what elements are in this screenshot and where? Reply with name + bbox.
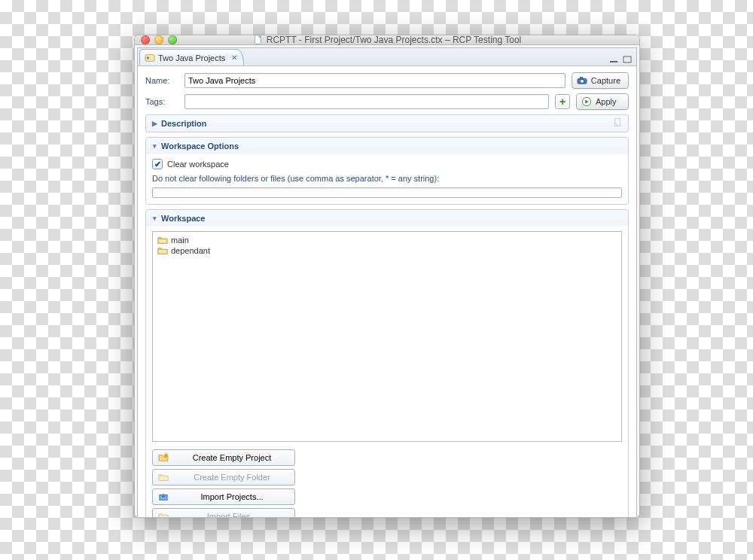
name-label: Name: bbox=[145, 76, 178, 85]
section-workspace: ▾ Workspace maindependant Create Empty P… bbox=[145, 209, 629, 518]
import-files-button: Import Files... bbox=[152, 508, 295, 518]
section-description-header[interactable]: ▶ Description bbox=[146, 115, 628, 132]
maximize-pane-icon[interactable] bbox=[623, 56, 632, 63]
tree-item-label: dependant bbox=[171, 246, 210, 255]
capture-button[interactable]: Capture bbox=[572, 72, 629, 89]
clear-workspace-label: Clear workspace bbox=[167, 160, 229, 169]
close-icon[interactable] bbox=[141, 35, 150, 44]
import-icon bbox=[157, 492, 169, 501]
workspace-tree[interactable]: maindependant bbox=[152, 231, 622, 442]
svg-rect-15 bbox=[159, 515, 168, 518]
create-empty-folder-button: Create Empty Folder bbox=[152, 469, 295, 485]
clear-workspace-row: ✔ Clear workspace bbox=[152, 159, 622, 169]
chevron-down-icon: ▾ bbox=[151, 215, 158, 222]
section-workspace-options-header[interactable]: ▾ Workspace Options bbox=[146, 138, 628, 154]
svg-rect-0 bbox=[255, 35, 261, 44]
editor-area: Two Java Projects ✕ Name: bbox=[137, 47, 637, 518]
button-label: Import Projects... bbox=[174, 492, 290, 501]
section-description: ▶ Description bbox=[145, 114, 629, 132]
edit-description-icon[interactable] bbox=[613, 117, 623, 129]
section-workspace-header[interactable]: ▾ Workspace bbox=[146, 210, 628, 227]
tags-input[interactable] bbox=[184, 94, 549, 109]
client-area: Two Java Projects ✕ Name: bbox=[135, 45, 639, 518]
app-window: RCPTT - First Project/Two Java Projects.… bbox=[134, 35, 640, 518]
tags-label: Tags: bbox=[145, 97, 178, 106]
tree-item[interactable]: dependant bbox=[157, 245, 617, 256]
window-title: RCPTT - First Project/Two Java Projects.… bbox=[135, 35, 639, 45]
folder-new-icon bbox=[157, 453, 169, 462]
chevron-right-icon: ▶ bbox=[151, 120, 158, 127]
window-controls bbox=[141, 35, 177, 44]
tab-label: Two Java Projects bbox=[158, 53, 225, 62]
zoom-icon[interactable] bbox=[168, 35, 177, 44]
name-input[interactable] bbox=[184, 73, 566, 88]
form-body: Name: Capture Tags: + bbox=[138, 66, 636, 518]
import-projects-button[interactable]: Import Projects... bbox=[152, 488, 295, 505]
context-icon bbox=[145, 53, 155, 63]
chevron-down-icon: ▾ bbox=[151, 142, 158, 150]
capture-label: Capture bbox=[591, 76, 620, 85]
exclude-input[interactable] bbox=[152, 187, 622, 198]
camera-icon bbox=[577, 76, 587, 85]
plus-icon: + bbox=[559, 96, 566, 108]
section-workspace-options: ▾ Workspace Options ✔ Clear workspace Do… bbox=[145, 137, 629, 205]
close-tab-icon[interactable]: ✕ bbox=[231, 53, 237, 62]
tree-item[interactable]: main bbox=[157, 235, 617, 245]
folder-icon bbox=[157, 236, 168, 245]
folder-icon bbox=[157, 512, 169, 518]
button-label: Create Empty Folder bbox=[174, 473, 290, 482]
folder-icon bbox=[157, 246, 168, 255]
name-row: Name: Capture bbox=[145, 72, 629, 89]
workspace-actions: Create Empty ProjectCreate Empty FolderI… bbox=[152, 449, 295, 518]
tree-item-label: main bbox=[171, 236, 189, 245]
exclude-hint: Do not clear following folders or files … bbox=[152, 174, 622, 183]
svg-point-7 bbox=[581, 80, 584, 83]
editor-tab-bar: Two Java Projects ✕ bbox=[138, 48, 636, 66]
apply-label: Apply bbox=[596, 97, 617, 106]
button-label: Create Empty Project bbox=[174, 453, 290, 462]
folder-icon bbox=[157, 473, 169, 482]
svg-rect-11 bbox=[158, 249, 167, 254]
svg-rect-4 bbox=[623, 56, 631, 62]
create-empty-project-button[interactable]: Create Empty Project bbox=[152, 449, 295, 466]
title-bar: RCPTT - First Project/Two Java Projects.… bbox=[135, 35, 639, 45]
section-workspace-options-title: Workspace Options bbox=[161, 142, 239, 151]
svg-point-2 bbox=[147, 56, 150, 59]
minimize-pane-icon[interactable] bbox=[609, 56, 618, 63]
svg-rect-6 bbox=[580, 78, 582, 80]
tab-two-java-projects[interactable]: Two Java Projects ✕ bbox=[139, 49, 244, 65]
button-label: Import Files... bbox=[174, 512, 290, 518]
svg-rect-13 bbox=[159, 476, 168, 480]
add-tag-button[interactable]: + bbox=[555, 94, 570, 109]
play-icon bbox=[581, 96, 592, 107]
section-description-title: Description bbox=[161, 119, 207, 128]
section-workspace-title: Workspace bbox=[161, 214, 206, 223]
svg-rect-10 bbox=[158, 239, 167, 243]
document-icon bbox=[253, 35, 264, 45]
clear-workspace-checkbox[interactable]: ✔ bbox=[152, 159, 163, 169]
minimize-icon[interactable] bbox=[154, 35, 163, 44]
apply-button[interactable]: Apply bbox=[576, 93, 629, 110]
svg-rect-3 bbox=[610, 61, 617, 62]
tags-row: Tags: + Apply bbox=[145, 93, 629, 110]
